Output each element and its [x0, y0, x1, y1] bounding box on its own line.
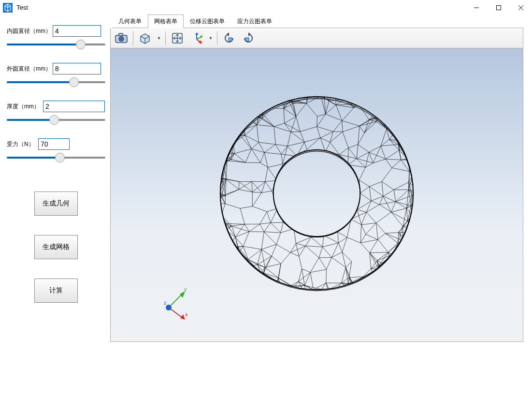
thickness-slider[interactable]	[7, 115, 105, 125]
close-button[interactable]	[510, 0, 532, 15]
generate-mesh-button[interactable]: 生成网格	[34, 235, 78, 259]
force-label: 受力（N）	[7, 140, 38, 148]
maximize-button[interactable]	[488, 0, 510, 15]
force-slider[interactable]	[7, 153, 105, 162]
rotate-left-button[interactable]	[220, 30, 238, 46]
inner-dia-input[interactable]	[53, 25, 101, 37]
window-controls	[465, 0, 532, 15]
svg-point-25	[273, 150, 360, 237]
snapshot-button[interactable]	[113, 30, 130, 46]
svg-rect-22	[245, 38, 249, 41]
svg-marker-21	[248, 32, 251, 36]
axes-dropdown[interactable]: ▼	[207, 36, 214, 41]
svg-marker-31	[180, 291, 185, 298]
outer-dia-label: 外圆直径（mm）	[7, 65, 53, 73]
rotate-left-icon	[223, 32, 235, 44]
thickness-input[interactable]	[43, 101, 105, 112]
svg-rect-6	[119, 33, 123, 36]
svg-rect-2	[497, 5, 501, 10]
svg-text:x: x	[201, 40, 202, 43]
tab-bar: 几何表单 网格表单 位移云图表单 应力云图表单	[112, 15, 523, 28]
app-icon	[3, 3, 13, 13]
generate-geometry-button[interactable]: 生成几何	[34, 191, 78, 216]
tab-displacement[interactable]: 位移云图表单	[184, 15, 231, 28]
svg-text:z: z	[164, 300, 167, 306]
axes-icon: zyx	[190, 32, 203, 44]
sidebar: 内圆直径（mm） 外圆直径（mm） 厚度（mm） 受力（N） 生成几何 生成网	[0, 15, 110, 397]
svg-text:y: y	[184, 286, 187, 292]
camera-icon	[115, 33, 128, 44]
force-input[interactable]	[38, 138, 70, 150]
svg-text:x: x	[185, 311, 188, 317]
outer-dia-input[interactable]	[53, 63, 101, 74]
zoom-fit-button[interactable]	[169, 30, 186, 46]
cube-icon	[139, 32, 151, 44]
rotate-right-icon	[242, 32, 255, 44]
fit-icon	[172, 32, 183, 44]
svg-marker-19	[227, 32, 229, 36]
svg-text:y: y	[201, 33, 202, 36]
view-mode-dropdown[interactable]: ▼	[156, 36, 162, 41]
thickness-label: 厚度（mm）	[7, 103, 43, 111]
tab-geometry[interactable]: 几何表单	[112, 15, 148, 28]
view-mode-button[interactable]	[136, 30, 154, 46]
inner-dia-slider[interactable]	[7, 40, 105, 49]
inner-dia-label: 内圆直径（mm）	[7, 27, 53, 35]
outer-dia-slider[interactable]	[7, 77, 105, 87]
window-title: Test	[16, 4, 465, 11]
minimize-button[interactable]	[465, 0, 488, 15]
axis-triad: x y z	[159, 283, 193, 322]
axes-toggle-button[interactable]: zyx	[188, 30, 205, 46]
titlebar: Test	[0, 0, 532, 15]
tab-stress[interactable]: 应力云图表单	[231, 15, 278, 28]
viewport-3d[interactable]: x y z	[111, 48, 523, 341]
viewport-frame: x y z	[110, 48, 523, 342]
viewport-toolbar: ▼ zyx ▼	[110, 28, 523, 48]
compute-button[interactable]: 计算	[34, 279, 78, 303]
svg-point-8	[120, 38, 122, 40]
tab-mesh[interactable]: 网格表单	[148, 15, 184, 28]
svg-point-33	[166, 305, 172, 310]
rotate-right-button[interactable]	[240, 30, 257, 46]
svg-text:z: z	[197, 32, 199, 35]
svg-rect-20	[229, 38, 232, 41]
content-area: 几何表单 网格表单 位移云图表单 应力云图表单 ▼	[110, 15, 532, 397]
